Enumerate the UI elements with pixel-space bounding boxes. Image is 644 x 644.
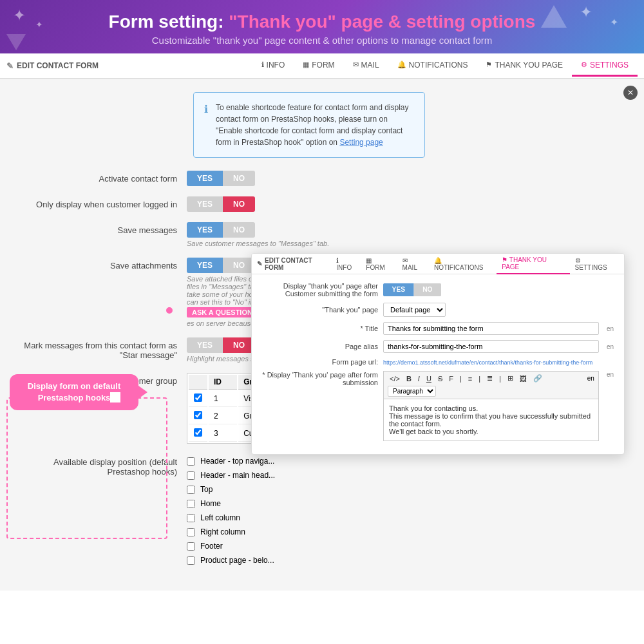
list-item: Left column	[187, 511, 625, 525]
panel-body: Display "thank you" page after Customer …	[252, 274, 624, 454]
panel-thank-you-page-select[interactable]: Default page	[383, 303, 446, 317]
pos-checkbox-top[interactable]	[187, 486, 195, 494]
list-item: Header - main head...	[187, 468, 625, 482]
table-header-id: ID	[209, 375, 237, 390]
panel-display-thank-you-row: Display "thank you" page after Customer …	[262, 282, 614, 298]
editor-toolbar: </> B I U S F | ≡ | ≣ | ⊞ 🖼 🔗	[383, 371, 599, 399]
activate-yes-button[interactable]: YES	[187, 171, 223, 186]
panel-display-thank-you-label: Display "thank you" page after Customer …	[262, 282, 378, 298]
group-checkbox-1[interactable]	[194, 393, 202, 402]
connector-dot-left	[166, 307, 173, 314]
panel-nav: ✎ EDIT CONTACT FORM ℹ INFO ▦ FORM ✉ MAIL…	[252, 254, 624, 274]
logged-in-yes-button[interactable]: YES	[187, 196, 223, 212]
editor-image-button[interactable]: 🖼	[518, 374, 529, 383]
group-id-3: 3	[209, 426, 237, 442]
pos-checkbox-left-column[interactable]	[187, 514, 195, 522]
save-messages-yes-button[interactable]: YES	[187, 222, 223, 238]
panel-tab-form[interactable]: ▦ FORM	[361, 254, 397, 274]
tab-mail[interactable]: ✉ MAIL	[344, 55, 388, 77]
save-messages-no-button[interactable]: NO	[223, 222, 255, 238]
activate-contact-form-label: Activate contact form	[19, 171, 187, 184]
editor-link-button[interactable]: 🔗	[531, 374, 544, 383]
tab-thank-you-page[interactable]: ⚑ THANK YOU PAGE	[477, 55, 572, 77]
editor-italic-button[interactable]: I	[416, 374, 422, 383]
panel-title-lang: en	[607, 325, 614, 332]
save-messages-label: Save messages	[19, 222, 187, 235]
tab-notifications[interactable]: 🔔 NOTIFICATIONS	[388, 55, 477, 77]
setting-page-link[interactable]: Setting page	[339, 138, 383, 147]
panel-tab-mail[interactable]: ✉ MAIL	[397, 254, 429, 274]
close-button[interactable]: ✕	[623, 86, 638, 100]
panel-display-no-button[interactable]: NO	[414, 283, 442, 296]
banner-subtitle: Customizable "thank you" page content & …	[19, 35, 625, 46]
star-message-toggle: YES NO	[187, 337, 255, 353]
panel-tab-notifications[interactable]: 🔔 NOTIFICATIONS	[429, 254, 497, 274]
top-banner: ✦ ✦ ✦ ✦ Form setting: "Thank you" page &…	[0, 0, 644, 53]
group-id-2: 2	[209, 408, 237, 424]
editor-align-button[interactable]: ≡	[466, 374, 474, 383]
panel-form-url-row: Form page url: https://demo1.atssoft.net…	[262, 358, 614, 366]
panel-page-alias-label: Page alias	[262, 343, 378, 350]
panel-page-alias-input[interactable]	[383, 340, 599, 353]
pos-label-top: Top	[200, 485, 213, 494]
banner-star-1: ✦	[13, 6, 26, 24]
edit-link-label: EDIT CONTACT FORM	[17, 61, 99, 70]
panel-title-row: * Title en	[262, 322, 614, 335]
main-content: ℹ To enable shortcode feature for contac…	[0, 79, 644, 591]
pos-label-left-column: Left column	[200, 513, 240, 522]
list-item: Home	[187, 497, 625, 511]
edit-contact-form-link[interactable]: ✎ EDIT CONTACT FORM	[6, 61, 99, 71]
panel-form-url-value[interactable]: https://demo1.atssoft.net/dufmate/en/con…	[383, 359, 614, 366]
list-item: Header - top naviga...	[187, 454, 625, 468]
panel-title-label: * Title	[262, 325, 378, 332]
editor-content[interactable]: Thank you for contacting us.This message…	[383, 399, 599, 441]
group-checkbox-2[interactable]	[194, 411, 202, 419]
panel-edit-link[interactable]: ✎ EDIT CONTACT FORM	[257, 257, 331, 271]
editor-list-button[interactable]: ≣	[485, 374, 495, 383]
panel-tab-thank-you[interactable]: ⚑ THANK YOU PAGE	[497, 254, 569, 274]
tab-form[interactable]: ▦ FORM	[294, 55, 343, 77]
list-item: Top	[187, 482, 625, 497]
display-position-label: Available display position (default Pres…	[19, 454, 187, 477]
pos-checkbox-header-top[interactable]	[187, 457, 195, 466]
editor-divider-2: |	[477, 374, 482, 383]
group-checkbox-3[interactable]	[194, 428, 202, 437]
nav-tabs: ℹ INFO ▦ FORM ✉ MAIL 🔔 NOTIFICATIONS ⚑ T…	[252, 55, 638, 77]
editor-font-button[interactable]: F	[447, 374, 455, 383]
panel-display-submission-row: * Display 'Thank you' page after form su…	[262, 371, 614, 441]
logged-in-no-button[interactable]: NO	[223, 196, 255, 212]
pos-checkbox-footer[interactable]	[187, 542, 195, 551]
table-header-checkbox	[189, 375, 207, 390]
panel-tab-info[interactable]: ℹ INFO	[331, 254, 361, 274]
form-tab-icon: ▦	[303, 61, 309, 69]
only-display-logged-in-toggle: YES NO	[187, 196, 255, 212]
activate-no-button[interactable]: NO	[223, 171, 255, 186]
banner-star-3: ✦	[580, 3, 592, 21]
save-attachments-yes-button[interactable]: YES	[187, 258, 223, 273]
panel-tab-settings[interactable]: ⚙ SETTINGS	[570, 254, 619, 274]
save-attachments-no-button[interactable]: NO	[223, 258, 255, 273]
star-message-no-button[interactable]: NO	[223, 337, 255, 353]
editor-table-button[interactable]: ⊞	[506, 374, 515, 383]
pos-checkbox-product-page[interactable]	[187, 556, 195, 565]
tab-info[interactable]: ℹ INFO	[252, 55, 294, 77]
editor-source-button[interactable]: </>	[388, 374, 402, 383]
editor-format-select[interactable]: Paragraph	[388, 386, 436, 397]
editor-divider-3: |	[497, 374, 503, 383]
pos-label-header-top: Header - top naviga...	[200, 457, 274, 466]
tab-settings[interactable]: ⚙ SETTINGS	[572, 55, 638, 77]
editor-bold-button[interactable]: B	[404, 374, 413, 383]
panel-display-submission-label: * Display 'Thank you' page after form su…	[262, 371, 378, 386]
pos-checkbox-header-main[interactable]	[187, 471, 195, 480]
save-attachments-label: Save attachments	[19, 258, 187, 270]
tab-form-label: FORM	[312, 61, 334, 70]
pos-checkbox-home[interactable]	[187, 500, 195, 508]
pos-label-right-column: Right column	[200, 527, 245, 536]
editor-underline-button[interactable]: U	[424, 374, 433, 383]
pos-checkbox-right-column[interactable]	[187, 528, 195, 536]
panel-title-input[interactable]	[383, 322, 599, 335]
star-message-yes-button[interactable]: YES	[187, 337, 223, 353]
list-item: Right column	[187, 525, 625, 539]
panel-display-yes-button[interactable]: YES	[383, 283, 414, 296]
editor-strikethrough-button[interactable]: S	[436, 374, 444, 383]
